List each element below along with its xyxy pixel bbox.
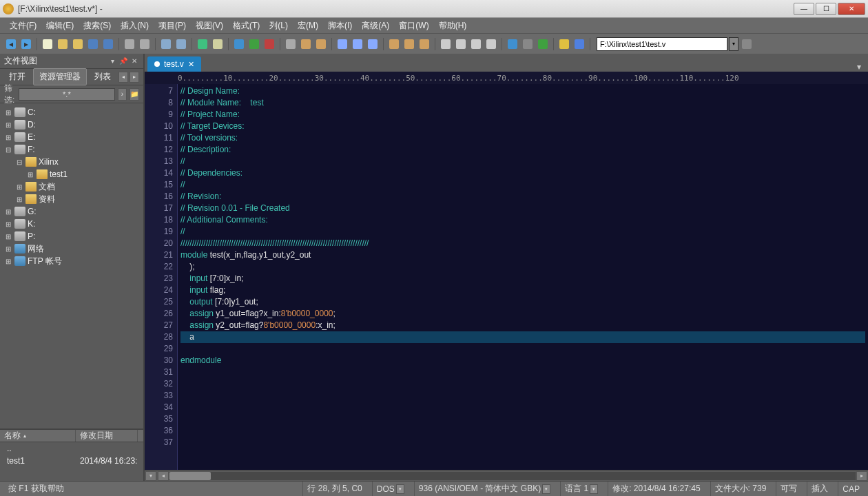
filelist[interactable]: ..test12014/8/4 16:23:... [0,442,143,481]
open-icon[interactable] [56,37,70,51]
tree-node[interactable]: ⊟Xilinx [1,156,142,168]
filter-input[interactable] [19,88,115,101]
webstop-icon[interactable] [262,37,276,51]
horizontal-scrollbar[interactable]: ▾ ◂ ▸ [145,470,868,481]
expand-icon[interactable]: ⊞ [15,196,23,203]
tree-node[interactable]: ⊞E: [1,131,142,143]
folder-tree[interactable]: ⊞C:⊞D:⊞E:⊟F:⊟Xilinx⊞test1⊞文档⊞资料⊞G:⊞K:⊞P:… [0,103,143,428]
menu-窗口W[interactable]: 窗口(W) [395,19,433,33]
sidebar-tab-2[interactable]: 列表 [88,68,117,85]
menu-宏M[interactable]: 宏(M) [293,19,322,33]
expand-icon[interactable]: ⊞ [4,258,12,265]
macro3-icon[interactable] [366,37,380,51]
menu-编辑E[interactable]: 编辑(E) [42,19,78,33]
scroll-right-icon[interactable]: ▸ [856,471,867,481]
menu-帮助H[interactable]: 帮助(H) [435,19,471,33]
menu-脚本I[interactable]: 脚本(I) [324,19,356,33]
expand-icon[interactable]: ⊟ [4,146,12,154]
save-icon[interactable] [86,37,100,51]
status-format[interactable]: DOS▾ [372,482,409,496]
coltoggle-icon[interactable] [196,37,209,51]
expand-icon[interactable]: ⊞ [15,183,23,191]
expand-icon[interactable]: ⊞ [4,109,12,116]
sidebar-pin-icon[interactable]: 📌 [118,56,128,66]
menu-搜索S[interactable]: 搜索(S) [79,19,115,33]
tree-node[interactable]: ⊟F: [1,143,142,156]
webhome-icon[interactable] [232,37,246,51]
tree-node[interactable]: ⊞P: [1,230,142,242]
menu-插入N[interactable]: 插入(N) [116,19,153,33]
sidebar-tab-1[interactable]: 资源管理器 [33,68,87,85]
saveall-icon[interactable] [101,37,115,51]
tree-node[interactable]: ⊞网络 [1,242,142,255]
macro2-icon[interactable] [351,37,364,51]
path-combo[interactable] [597,37,727,51]
tile2-icon[interactable] [454,37,468,51]
editor-tab-menu-icon[interactable]: ▾ [853,62,865,72]
win2-icon[interactable] [402,37,416,51]
expand-icon[interactable]: ⊟ [15,158,23,166]
scroll-track[interactable] [169,472,856,480]
win1-icon[interactable] [387,37,401,51]
path-input[interactable] [597,37,727,51]
menu-高级A[interactable]: 高级(A) [358,19,393,33]
tree-node[interactable]: ⊞test1 [1,168,142,180]
status-encoding[interactable]: 936 (ANSI/OEM - 简体中文 GBK)▾ [414,482,555,496]
tree-node[interactable]: ⊞FTP 帐号 [1,255,142,267]
file-row[interactable]: .. [0,442,143,455]
print-icon[interactable] [123,37,136,51]
tree-node[interactable]: ⊞K: [1,218,142,230]
filelist-col-0[interactable]: 名称 ▴ [0,430,76,442]
list2-icon[interactable] [174,37,188,51]
expand-icon[interactable]: ⊞ [4,134,12,141]
back-icon[interactable]: ◂ [4,37,18,51]
camera-icon[interactable] [521,37,535,51]
sidebar-dropdown-icon[interactable]: ▾ [107,56,117,66]
paste-icon[interactable] [314,37,328,51]
maximize-button[interactable]: ☐ [816,3,836,15]
tree-node[interactable]: ⊞G: [1,205,142,218]
list1-icon[interactable] [159,37,173,51]
webfwd-icon[interactable] [247,37,261,51]
win3-icon[interactable] [417,37,431,51]
minimize-button[interactable]: — [794,3,814,15]
editor-tab-testv[interactable]: test.v ✕ [147,56,201,72]
filter-browse-button[interactable]: 📁 [130,88,139,101]
status-insert[interactable]: 插入 [807,482,832,496]
filter-go-button[interactable]: › [118,88,127,101]
scroll-menu-icon[interactable]: ▾ [145,471,156,481]
tile4-icon[interactable] [484,37,498,51]
expand-icon[interactable]: ⊞ [4,245,12,253]
expand-icon[interactable]: ⊞ [26,171,34,178]
menu-列L[interactable]: 列(L) [265,19,292,33]
help-icon[interactable] [572,37,586,51]
scroll-thumb[interactable] [169,472,211,480]
tree-node[interactable]: ⊞文档 [1,180,142,193]
play-icon[interactable] [536,37,550,51]
sidebar-tab-nav-0[interactable]: ◂ [118,72,128,83]
status-readwrite[interactable]: 可写 [776,482,801,496]
tab-close-icon[interactable]: ✕ [188,60,194,69]
tile1-icon[interactable] [439,37,453,51]
expand-icon[interactable]: ⊞ [4,233,12,240]
file-row[interactable]: test12014/8/4 16:23:... [0,455,143,467]
cut-icon[interactable] [284,37,298,51]
status-language[interactable]: 语言 1▾ [560,482,602,496]
fwd-icon[interactable]: ▸ [19,37,33,51]
sidebar-tab-nav-1[interactable]: ▸ [130,72,139,83]
menu-文件F[interactable]: 文件(F) [6,19,41,33]
tree-node[interactable]: ⊞C: [1,106,142,118]
bulb-icon[interactable] [557,37,571,51]
wrap-icon[interactable] [211,37,225,51]
tree-node[interactable]: ⊞D: [1,118,142,131]
menu-视图V[interactable]: 视图(V) [192,19,227,33]
expand-icon[interactable]: ⊞ [4,208,12,216]
menu-项目P[interactable]: 项目(P) [154,19,190,33]
new-icon[interactable] [41,37,54,51]
openfolder-icon[interactable] [71,37,85,51]
expand-icon[interactable]: ⊞ [4,121,12,129]
scroll-left-icon[interactable]: ◂ [158,471,169,481]
preview-icon[interactable] [138,37,152,51]
copy-icon[interactable] [299,37,313,51]
lock-icon[interactable] [740,37,754,51]
